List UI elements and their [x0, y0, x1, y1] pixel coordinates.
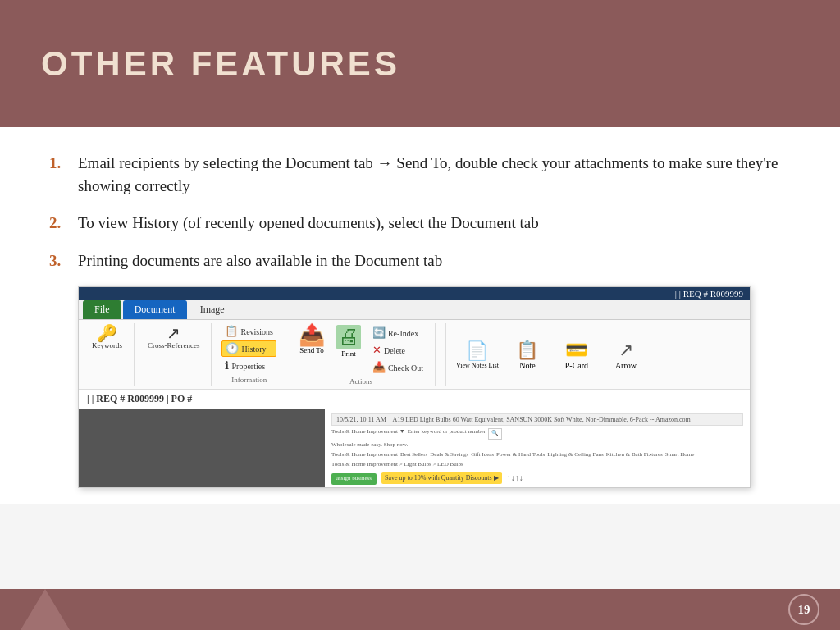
delete-icon: ✕: [372, 344, 381, 357]
view-notes-icon: 📄: [466, 340, 488, 362]
tab-file[interactable]: File: [83, 300, 121, 319]
page-title: OTHER FEATURES: [41, 44, 400, 84]
footer-triangle: [21, 589, 70, 630]
cross-references-group: ↗ Cross-References: [141, 323, 212, 386]
re-index-icon: 🔄: [372, 326, 386, 340]
revisions-button[interactable]: 📋 Revisions: [221, 323, 276, 340]
inner-nav: Tools & Home Improvement ▼ Enter keyword…: [331, 428, 743, 485]
keywords-icon: 🔑: [97, 325, 117, 341]
check-out-icon: 📥: [372, 361, 386, 374]
page-number: 19: [788, 594, 819, 625]
information-group: 📋 Revisions 🕐 History ℹ Properties: [218, 323, 285, 386]
view-notes-button[interactable]: 📄 View Notes List: [456, 340, 499, 369]
inner-right-panel: 10/5/21, 10:11 AM A19 LED Light Bulbs 60…: [325, 409, 750, 487]
print-button[interactable]: 🖨 Print: [333, 323, 364, 359]
header: OTHER FEATURES: [0, 0, 840, 127]
ribbon-tabs: File Document Image: [79, 300, 750, 320]
p-card-icon: 💳: [565, 340, 587, 361]
history-icon: 🕐: [226, 342, 239, 355]
list-item: To view History (of recently opened docu…: [49, 212, 791, 235]
list-item: Printing documents are also available in…: [49, 249, 791, 272]
actions-group: 📤 Send To 🖨 Print 🔄 Re-Index ✕: [292, 323, 436, 386]
properties-icon: ℹ: [225, 359, 229, 372]
re-index-button[interactable]: 🔄 Re-Index: [369, 325, 427, 341]
ribbon-content: 🔑 Keywords ↗ Cross-References: [79, 320, 750, 390]
title-bar: | | REQ # R009999: [79, 287, 750, 300]
cross-references-button[interactable]: ↗ Cross-References: [144, 323, 203, 351]
revisions-icon: 📋: [225, 325, 238, 338]
note-button[interactable]: 📋 Note: [507, 340, 548, 370]
footer: 19: [0, 589, 840, 630]
inner-left-panel: [79, 409, 325, 487]
screenshot: | | REQ # R009999 File Document Image 🔑 …: [78, 286, 751, 488]
document-bar: | | REQ # R009999 | PO #: [79, 390, 750, 409]
history-button[interactable]: 🕐 History: [221, 340, 276, 357]
inner-content: 10/5/21, 10:11 AM A19 LED Light Bulbs 60…: [79, 409, 750, 487]
cross-ref-icon: ↗: [167, 325, 180, 341]
delete-button[interactable]: ✕ Delete: [369, 342, 427, 358]
right-buttons-group: 📄 View Notes List 📋 Note 💳 P-Card ↗ Arro…: [456, 323, 646, 386]
send-to-icon: 📤: [299, 325, 325, 346]
keywords-group: 🔑 Keywords: [85, 323, 135, 386]
properties-button[interactable]: ℹ Properties: [221, 358, 276, 374]
main-content: Email recipients by selecting the Docume…: [0, 127, 840, 504]
arrow-icon: ↗: [619, 340, 633, 361]
inner-amazon-btn: assign business: [331, 473, 377, 485]
url-bar: 10/5/21, 10:11 AM A19 LED Light Bulbs 60…: [331, 413, 743, 426]
tab-image[interactable]: Image: [189, 300, 236, 319]
list-item: Email recipients by selecting the Docume…: [49, 152, 791, 197]
p-card-button[interactable]: 💳 P-Card: [556, 340, 597, 370]
ribbon-separator: [445, 323, 446, 386]
feature-list: Email recipients by selecting the Docume…: [49, 152, 791, 272]
print-icon: 🖨: [336, 325, 361, 349]
send-to-button[interactable]: 📤 Send To: [295, 323, 328, 356]
keywords-button[interactable]: 🔑 Keywords: [89, 323, 126, 351]
note-icon: 📋: [516, 340, 538, 361]
arrow-button[interactable]: ↗ Arrow: [605, 340, 646, 370]
check-out-button[interactable]: 📥 Check Out: [369, 359, 427, 376]
tab-document[interactable]: Document: [123, 300, 187, 319]
